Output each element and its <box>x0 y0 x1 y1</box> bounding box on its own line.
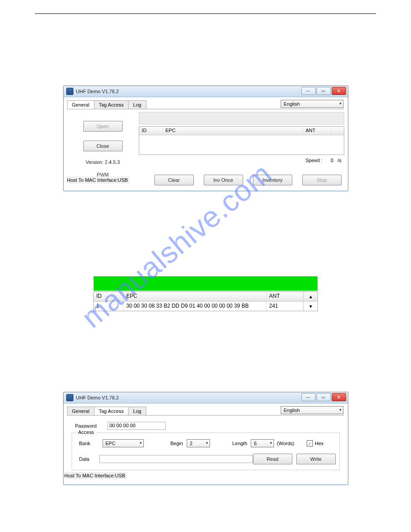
begin-select[interactable]: 2 <box>187 439 210 447</box>
length-select[interactable]: 6 <box>251 439 274 447</box>
window-general: UHF Demo V1.76.2 — ▭ X General Tag Acces… <box>63 86 348 191</box>
inventory-button[interactable]: Inventory <box>253 175 292 185</box>
open-button[interactable]: Open <box>83 121 123 132</box>
group-title: Access <box>77 429 96 435</box>
close-button[interactable]: X <box>332 393 346 401</box>
tab-tag-access[interactable]: Tag Access <box>94 407 129 415</box>
language-select[interactable]: English <box>281 100 343 108</box>
app-icon <box>66 88 73 95</box>
tab-row: General Tag Access Log English <box>67 99 344 109</box>
version-label: Version: 2.4.5.3 <box>86 159 120 165</box>
write-button[interactable]: Write <box>296 454 336 464</box>
stop-button[interactable]: Stop <box>302 175 342 185</box>
close-button[interactable]: X <box>332 87 346 95</box>
password-label: Password <box>75 423 107 429</box>
tab-row: General Tag Access Log English <box>67 405 344 416</box>
maximize-button[interactable]: ▭ <box>317 87 331 95</box>
col-id[interactable]: ID <box>139 127 163 135</box>
result-table: ID EPC ANT ▴ 1 30 00 30 08 33 B2 DD D9 0… <box>93 292 318 311</box>
col-ant[interactable]: ANT <box>303 127 331 135</box>
tab-general[interactable]: General <box>67 407 94 415</box>
window-title: UHF Demo V1.76.2 <box>76 89 119 94</box>
minimize-button[interactable]: — <box>301 393 316 401</box>
app-icon <box>66 394 73 401</box>
host-line: Host To MAC Interface:USB <box>64 472 127 479</box>
bank-select[interactable]: EPC <box>103 439 144 447</box>
table-row[interactable]: 1 30 00 30 08 33 B2 DD D9 01 40 00 00 00… <box>94 301 317 311</box>
language-select[interactable]: English <box>281 406 343 414</box>
tags-listview[interactable]: ID EPC ANT <box>139 126 344 155</box>
length-label: Length <box>232 441 248 446</box>
maximize-button[interactable]: ▭ <box>317 393 331 401</box>
mid-col-ant[interactable]: ANT <box>266 292 304 301</box>
mid-col-epc[interactable]: EPC <box>124 292 266 301</box>
hex-label: Hex <box>315 441 324 446</box>
scroll-up-icon[interactable]: ▴ <box>304 292 317 301</box>
left-panel: Open Close Version: 2.4.5.3 PWM <box>67 112 139 177</box>
inv-once-button[interactable]: Inv Once <box>204 175 243 185</box>
tab-tag-access[interactable]: Tag Access <box>94 100 129 109</box>
tab-log[interactable]: Log <box>128 407 146 415</box>
green-status-bar <box>94 276 317 291</box>
window-tag-access: UHF Demo V1.76.2 — ▭ X General Tag Acces… <box>63 392 348 485</box>
data-label: Data <box>79 456 100 462</box>
bank-label: Bank <box>79 441 103 446</box>
begin-label: Begin <box>171 441 183 446</box>
close-button-action[interactable]: Close <box>83 141 123 151</box>
speed-line: Speed : 0 /s <box>139 158 344 163</box>
data-input[interactable] <box>99 455 253 463</box>
col-epc[interactable]: EPC <box>163 127 303 135</box>
host-line: Host To MAC Interface:USB <box>67 176 130 184</box>
read-button[interactable]: Read <box>253 454 292 464</box>
tab-log[interactable]: Log <box>128 100 146 109</box>
cell-ant: 241 <box>266 302 304 311</box>
status-box <box>139 112 344 124</box>
mid-col-id[interactable]: ID <box>94 292 124 301</box>
access-group: Access Bank EPC Begin 2 Length 6 (Words) <box>72 433 340 470</box>
password-input[interactable]: 00 00 00 00 <box>107 422 166 430</box>
right-panel: ID EPC ANT Speed : 0 /s <box>139 112 344 177</box>
hex-checkbox[interactable]: ✓ <box>307 440 313 446</box>
col-scroll <box>331 127 344 135</box>
tab-general[interactable]: General <box>67 100 94 109</box>
cell-id: 1 <box>94 302 124 311</box>
titlebar: UHF Demo V1.76.2 — ▭ X <box>64 392 348 403</box>
clear-button[interactable]: Clear <box>154 175 194 185</box>
minimize-button[interactable]: — <box>301 87 316 95</box>
words-label: (Words) <box>277 441 294 446</box>
scroll-down-icon[interactable]: ▾ <box>304 302 317 311</box>
cell-epc: 30 00 30 08 33 B2 DD D9 01 40 00 00 00 0… <box>124 302 266 311</box>
titlebar: UHF Demo V1.76.2 — ▭ X <box>64 86 348 97</box>
window-title: UHF Demo V1.76.2 <box>76 395 119 400</box>
